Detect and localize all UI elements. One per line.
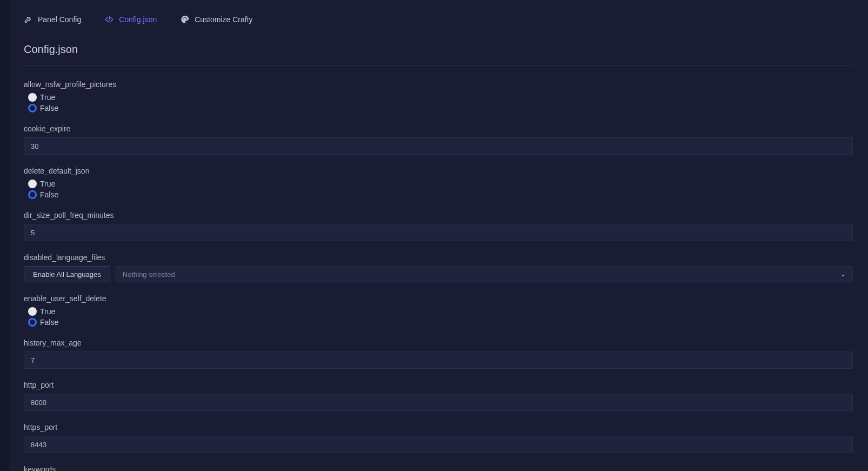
field-label: delete_default_json [24, 167, 853, 175]
field-label: enable_user_self_delete [24, 294, 853, 303]
field-enable-user-self-delete: enable_user_self_delete True False [24, 294, 853, 327]
config-fields: allow_nsfw_profile_pictures True False c… [24, 80, 853, 471]
main-panel: Panel Config Config.json Customize Craft… [9, 0, 868, 471]
sidebar-collapsed [0, 0, 9, 471]
radio-false-row[interactable]: False [28, 104, 853, 112]
radio-group: True False [24, 180, 853, 199]
field-http-port: http_port [24, 381, 853, 411]
field-delete-default-json: delete_default_json True False [24, 167, 853, 199]
field-disabled-languages: disabled_language_files Enable All Langu… [24, 253, 853, 282]
code-icon [105, 15, 113, 24]
radio-false[interactable] [28, 190, 37, 199]
tabs-bar: Panel Config Config.json Customize Craft… [24, 12, 853, 27]
enable-all-languages-button[interactable]: Enable All Languages [24, 266, 110, 282]
https-port-input[interactable] [24, 436, 853, 453]
radio-label: True [40, 93, 55, 102]
field-https-port: https_port [24, 423, 853, 453]
page-title: Config.json [24, 43, 853, 56]
field-cookie-expire: cookie_expire [24, 124, 853, 155]
field-dir-size-poll: dir_size_poll_freq_minutes [24, 211, 853, 241]
field-label: history_max_age [24, 339, 853, 347]
field-label: dir_size_poll_freq_minutes [24, 211, 853, 220]
field-label: https_port [24, 423, 853, 432]
radio-true[interactable] [28, 93, 37, 102]
select-placeholder: Nothing selected [123, 270, 175, 278]
history-max-age-input[interactable] [24, 351, 853, 369]
radio-false[interactable] [28, 318, 37, 327]
tab-label: Config.json [119, 15, 157, 24]
http-port-input[interactable] [24, 394, 853, 411]
radio-true-row[interactable]: True [28, 307, 853, 316]
radio-label: False [40, 318, 58, 327]
radio-label: True [40, 307, 55, 316]
tab-panel-config[interactable]: Panel Config [24, 12, 81, 27]
field-history-max-age: history_max_age [24, 339, 853, 369]
language-select[interactable]: Nothing selected ⌄ [116, 266, 853, 282]
radio-false-row[interactable]: False [28, 318, 853, 327]
radio-label: False [40, 104, 58, 112]
field-label: disabled_language_files [24, 253, 853, 262]
palette-icon [181, 15, 189, 24]
field-label: http_port [24, 381, 853, 389]
field-label: keywords [24, 465, 853, 471]
dir-size-poll-input[interactable] [24, 224, 853, 241]
field-label: allow_nsfw_profile_pictures [24, 80, 853, 89]
cookie-expire-input[interactable] [24, 137, 853, 155]
svg-line-0 [109, 17, 110, 23]
radio-label: False [40, 190, 58, 199]
radio-false-row[interactable]: False [28, 190, 853, 199]
tab-label: Panel Config [38, 15, 81, 24]
tab-config-json[interactable]: Config.json [105, 12, 157, 27]
divider [24, 65, 853, 66]
radio-true-row[interactable]: True [28, 93, 853, 102]
radio-true[interactable] [28, 307, 37, 316]
tab-label: Customize Crafty [195, 15, 252, 24]
field-keywords: keywords [24, 465, 853, 471]
radio-group: True False [24, 93, 853, 112]
radio-false[interactable] [28, 104, 37, 112]
language-row: Enable All Languages Nothing selected ⌄ [24, 266, 853, 282]
field-allow-nsfw: allow_nsfw_profile_pictures True False [24, 80, 853, 112]
radio-label: True [40, 180, 55, 188]
tab-customize-crafty[interactable]: Customize Crafty [181, 12, 252, 27]
field-label: cookie_expire [24, 124, 853, 133]
radio-group: True False [24, 307, 853, 327]
radio-true-row[interactable]: True [28, 180, 853, 188]
chevron-down-icon: ⌄ [840, 270, 846, 278]
radio-true[interactable] [28, 180, 37, 188]
wrench-icon [24, 15, 32, 24]
